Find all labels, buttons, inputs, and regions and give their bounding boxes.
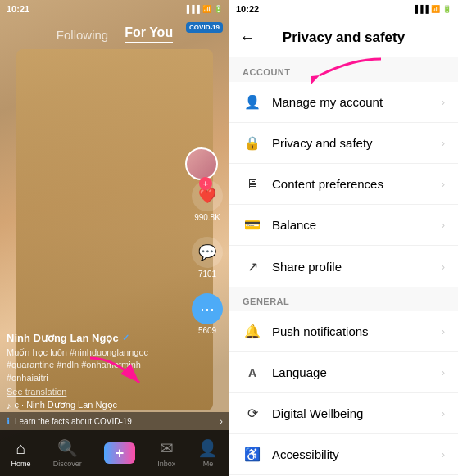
share-profile-label: Share profile: [272, 260, 442, 274]
covid-badge[interactable]: COVID-19: [186, 22, 223, 33]
chevron-right-icon: ›: [442, 407, 445, 419]
share-button[interactable]: ⋯ 5609: [192, 293, 223, 335]
nav-add[interactable]: +: [104, 442, 135, 464]
wellbeing-icon: ⟳: [243, 404, 262, 424]
covid-text: Learn the facts about COVID-19: [15, 417, 132, 426]
like-count: 990.8K: [194, 213, 220, 222]
for-you-tab[interactable]: For You: [125, 25, 173, 43]
signal-icon-right: ▐▐▐: [413, 5, 429, 13]
username: Ninh Dương Lan Ngọc ✓: [7, 332, 180, 344]
status-bar-right: 10:22 ▐▐▐ 📶 🔋: [229, 0, 458, 18]
time-right: 10:22: [236, 4, 259, 14]
nav-inbox[interactable]: ✉ Inbox: [157, 438, 175, 468]
verified-icon: ✓: [122, 333, 129, 343]
inbox-icon: ✉: [160, 438, 174, 458]
discover-icon: 🔍: [57, 438, 78, 458]
music-row: ♪ c · Ninh Dương Lan Ngọc: [7, 400, 180, 410]
balance-icon: 💳: [243, 215, 262, 235]
lock-icon: 🔒: [243, 134, 262, 153]
signal-icon: ▐▐▐: [184, 5, 200, 13]
wifi-icon-right: 📶: [431, 5, 440, 13]
nav-me[interactable]: 👤 Me: [197, 438, 218, 468]
status-icons-left: ▐▐▐ 📶 🔋: [184, 5, 223, 13]
left-panel: 10:21 ▐▐▐ 📶 🔋 Following For You COVID-19…: [0, 0, 229, 476]
chevron-right-icon: ›: [442, 219, 445, 231]
status-icons-right: ▐▐▐ 📶 🔋: [413, 5, 451, 13]
chevron-right-icon: ›: [442, 178, 445, 190]
status-bar-left: 10:21 ▐▐▐ 📶 🔋: [0, 0, 229, 18]
bottom-nav: ⌂ Home 🔍 Discover + ✉ Inbox 👤 Me: [0, 430, 229, 476]
bottom-info: Ninh Dương Lan Ngọc ✓ Muốn học luôn #nin…: [7, 332, 180, 410]
covid-banner[interactable]: ℹ Learn the facts about COVID-19 ›: [0, 412, 229, 430]
nav-discover[interactable]: 🔍 Discover: [53, 438, 82, 468]
privacy-safety-item[interactable]: 🔒 Privacy and safety ›: [229, 123, 458, 164]
chevron-right-icon: ›: [442, 325, 445, 338]
share-count: 5609: [198, 326, 216, 335]
language-item[interactable]: A Language ›: [229, 352, 458, 393]
me-label: Me: [203, 460, 214, 468]
digital-wellbeing-item[interactable]: ⟳ Digital Wellbeing ›: [229, 393, 458, 434]
see-translation[interactable]: See translation: [7, 387, 180, 397]
digital-wellbeing-label: Digital Wellbeing: [272, 406, 442, 420]
avatar[interactable]: [185, 147, 218, 180]
chevron-right-icon: ›: [442, 137, 445, 149]
follow-button[interactable]: +: [199, 177, 212, 190]
language-label: Language: [272, 365, 442, 379]
following-tab[interactable]: Following: [57, 28, 108, 42]
home-icon: ⌂: [16, 439, 26, 458]
share-profile-item[interactable]: ↗ Share profile ›: [229, 246, 458, 287]
right-actions: ❤️ 990.8K 💬 7101 ⋯ 5609: [192, 180, 223, 335]
push-notifications-label: Push notifications: [272, 324, 442, 338]
account-section-label: ACCOUNT: [229, 57, 458, 82]
home-label: Home: [11, 460, 31, 468]
general-menu-group: 🔔 Push notifications › A Language › ⟳ Di…: [229, 311, 458, 476]
balance-label: Balance: [272, 218, 442, 232]
balance-item[interactable]: 💳 Balance ›: [229, 205, 458, 246]
content-preferences-item[interactable]: 🖥 Content preferences ›: [229, 164, 458, 205]
comment-count: 7101: [198, 270, 216, 279]
page-title: Privacy and safety: [265, 29, 422, 46]
menu-content: ACCOUNT 👤 Manage my account › 🔒 Privacy …: [229, 57, 458, 476]
battery-icon: 🔋: [214, 5, 223, 13]
person-icon: 👤: [243, 93, 262, 112]
manage-account-label: Manage my account: [272, 95, 442, 109]
right-panel: 10:22 ▐▐▐ 📶 🔋 ← Privacy and safety ACCOU…: [229, 0, 458, 476]
nav-home[interactable]: ⌂ Home: [11, 439, 31, 468]
manage-account-item[interactable]: 👤 Manage my account ›: [229, 82, 458, 123]
share-profile-icon: ↗: [243, 256, 262, 276]
accessibility-label: Accessibility: [272, 447, 442, 461]
top-nav-left: Following For You COVID-19: [0, 18, 229, 51]
description: Muốn học luôn #ninhduonglanngoc #quarant…: [7, 347, 180, 384]
wifi-icon: 📶: [202, 5, 211, 13]
battery-icon-right: 🔋: [442, 5, 451, 13]
me-icon: 👤: [197, 438, 218, 458]
accessibility-item[interactable]: ♿ Accessibility ›: [229, 434, 458, 475]
add-icon: +: [104, 442, 135, 464]
content-preferences-label: Content preferences: [272, 177, 442, 191]
chevron-right-icon: ›: [442, 96, 445, 108]
share-icon: ⋯: [192, 293, 223, 324]
language-icon: A: [243, 363, 262, 383]
music-icon: ♪: [7, 401, 11, 410]
chevron-right-icon: ›: [442, 261, 445, 273]
push-notifications-item[interactable]: 🔔 Push notifications ›: [229, 311, 458, 352]
time-left: 10:21: [7, 4, 29, 14]
info-icon: ℹ: [7, 416, 10, 427]
bell-icon: 🔔: [243, 322, 262, 342]
general-section-label: GENERAL: [229, 287, 458, 311]
inbox-label: Inbox: [157, 460, 175, 468]
chevron-right-icon: ›: [220, 416, 223, 426]
header-right: ← Privacy and safety: [229, 18, 458, 57]
back-button[interactable]: ←: [239, 28, 256, 47]
privacy-safety-label: Privacy and safety: [272, 136, 442, 150]
comment-button[interactable]: 💬 7101: [192, 237, 223, 279]
music-text: c · Ninh Dương Lan Ngọc: [15, 400, 118, 410]
monitor-icon: 🖥: [243, 175, 262, 194]
comment-icon: 💬: [192, 237, 223, 268]
account-menu-group: 👤 Manage my account › 🔒 Privacy and safe…: [229, 82, 458, 287]
accessibility-icon: ♿: [243, 445, 262, 465]
chevron-right-icon: ›: [442, 448, 445, 460]
discover-label: Discover: [53, 460, 82, 468]
chevron-right-icon: ›: [442, 366, 445, 379]
